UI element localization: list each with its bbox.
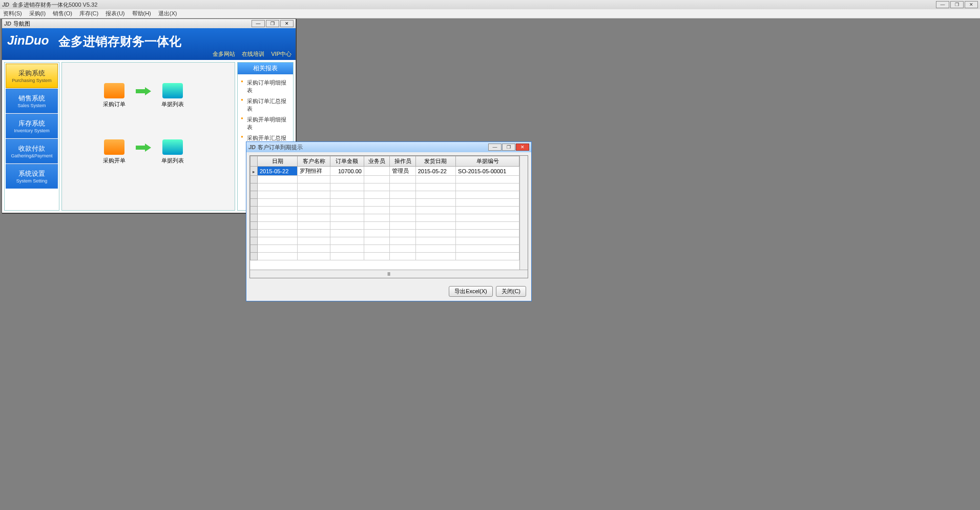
arrow-right-icon (136, 144, 151, 152)
table-row[interactable] (251, 237, 519, 245)
app-title: 金多进销存财务一体化5000 V5.32 (12, 1, 97, 9)
link-website[interactable]: 金多网站 (213, 51, 235, 57)
table-row[interactable] (251, 199, 519, 207)
nav-minimize-button[interactable]: — (252, 20, 265, 27)
export-excel-button[interactable]: 导出Excel(X) (449, 286, 493, 297)
banner-links: 金多网站 在线培训 VIP中心 (207, 50, 291, 58)
side-btn-en: Purchasing System (12, 78, 52, 83)
side-btn-payment[interactable]: 收款付款 Gathering&Payment (6, 139, 58, 164)
icon-document-list-1[interactable]: 单据列表 (156, 83, 189, 108)
side-btn-label: 系统设置 (18, 169, 45, 178)
nav-title: 导航图 (13, 20, 30, 28)
reports-header: 相关报表 (238, 63, 293, 74)
col-amount[interactable]: 订单金额 (330, 156, 364, 167)
order-grid[interactable]: 日期 客户名称 订单金额 业务员 操作员 发货日期 单据编号 (250, 156, 519, 260)
menu-item-reports[interactable]: 报表(U) (106, 10, 124, 17)
box-icon (104, 139, 124, 155)
svg-marker-0 (136, 87, 151, 95)
icon-label: 采购订单 (98, 100, 131, 108)
icon-label: 采购开单 (98, 157, 131, 165)
flow-row-2: 采购开单 单据列表 (98, 139, 189, 165)
side-btn-settings[interactable]: 系统设置 System Setting (6, 164, 58, 189)
main-minimize-button[interactable]: — (936, 1, 949, 8)
arrow-right-icon (136, 87, 151, 95)
dialog-minimize-button[interactable]: — (488, 144, 502, 151)
side-btn-en: Inventory System (14, 128, 50, 133)
nav-close-button[interactable]: ✕ (280, 20, 294, 27)
menu-item-data[interactable]: 资料(S) (3, 10, 22, 17)
report-link[interactable]: 采购订单明细报表 (241, 77, 290, 96)
table-row[interactable] (251, 230, 519, 237)
grid-container: 日期 客户名称 订单金额 业务员 操作员 发货日期 单据编号 (249, 155, 528, 278)
icon-label: 单据列表 (156, 100, 189, 108)
icon-purchase-order[interactable]: 采购订单 (98, 83, 131, 108)
side-btn-en: System Setting (16, 178, 48, 183)
table-row[interactable] (251, 183, 519, 191)
table-row[interactable] (251, 253, 519, 260)
side-btn-label: 库存系统 (18, 119, 45, 128)
side-btn-en: Gathering&Payment (11, 153, 52, 158)
box-icon (104, 83, 124, 98)
banner: JinDuo 金多进销存财务一体化 金多网站 在线培训 VIP中心 (2, 28, 296, 60)
col-sales[interactable]: 业务员 (364, 156, 389, 167)
side-btn-label: 收款付款 (18, 144, 45, 153)
main-maximize-button[interactable]: ❐ (950, 1, 964, 8)
cell-ship[interactable]: 2015-05-22 (415, 167, 455, 176)
cell-sales[interactable] (364, 167, 389, 176)
close-button[interactable]: 关闭(C) (496, 286, 526, 297)
link-training[interactable]: 在线培训 (242, 51, 264, 57)
col-customer[interactable]: 客户名称 (298, 156, 330, 167)
dialog-maximize-button[interactable]: ❐ (502, 144, 515, 151)
app-logo: JD (2, 2, 9, 8)
main-close-button[interactable]: ✕ (965, 1, 978, 8)
dialog-window-controls: — ❐ ✕ (488, 144, 529, 151)
menu-item-purchase[interactable]: 采购(I) (29, 10, 46, 17)
dialog-title: 客户订单到期提示 (258, 144, 303, 151)
order-due-dialog: JD 客户订单到期提示 — ❐ ✕ 日期 客户名称 (246, 141, 532, 301)
grid-corner (251, 156, 258, 167)
main-titlebar: JD 金多进销存财务一体化5000 V5.32 — ❐ ✕ (0, 0, 980, 9)
cell-customer[interactable]: 罗翔恒祥 (298, 167, 330, 176)
cell-operator[interactable]: 管理员 (390, 167, 415, 176)
dialog-logo: JD (248, 144, 256, 150)
table-row[interactable] (251, 176, 519, 183)
icon-label: 单据列表 (156, 157, 189, 165)
col-docno[interactable]: 单据编号 (456, 156, 519, 167)
cell-date[interactable]: 2015-05-22 (258, 167, 298, 176)
side-btn-inventory[interactable]: 库存系统 Inventory System (6, 114, 58, 138)
table-row[interactable] (251, 191, 519, 199)
report-link[interactable]: 采购订单汇总报表 (241, 96, 290, 114)
menu-item-inventory[interactable]: 库存(C) (79, 10, 98, 17)
side-btn-purchase[interactable]: 采购系统 Purchasing System (6, 64, 58, 88)
center-panel: 采购订单 单据列表 采购开单 (61, 62, 235, 211)
dialog-close-button[interactable]: ✕ (516, 144, 529, 151)
main-window-controls: — ❐ ✕ (936, 1, 978, 8)
col-shipdate[interactable]: 发货日期 (415, 156, 455, 167)
cell-docno[interactable]: SO-2015-05-00001 (456, 167, 519, 176)
table-row[interactable] (251, 222, 519, 230)
icon-document-list-2[interactable]: 单据列表 (156, 139, 189, 165)
menu-item-sales[interactable]: 销售(O) (53, 10, 72, 17)
vertical-scrollbar[interactable] (519, 156, 528, 270)
report-link[interactable]: 采购开单明细报表 (241, 114, 290, 133)
cell-amount[interactable]: 10700.00 (330, 167, 364, 176)
table-row[interactable] (251, 245, 519, 253)
dialog-titlebar[interactable]: JD 客户订单到期提示 — ❐ ✕ (246, 142, 531, 152)
table-row[interactable]: 2015-05-22 罗翔恒祥 10700.00 管理员 2015-05-22 … (251, 167, 519, 176)
side-btn-sales[interactable]: 销售系统 Sales System (6, 89, 58, 113)
link-vip[interactable]: VIP中心 (271, 51, 291, 57)
menu-item-help[interactable]: 帮助(H) (132, 10, 151, 17)
menu-item-exit[interactable]: 退出(X) (158, 10, 177, 17)
horizontal-scrollbar[interactable]: Ⅲ (250, 270, 528, 278)
flow-row-1: 采购订单 单据列表 (98, 83, 189, 108)
nav-titlebar: JD 导航图 — ❐ ✕ (2, 19, 296, 28)
nav-maximize-button[interactable]: ❐ (266, 20, 279, 27)
table-row[interactable] (251, 207, 519, 214)
grid-header-row: 日期 客户名称 订单金额 业务员 操作员 发货日期 单据编号 (251, 156, 519, 167)
icon-purchase-billing[interactable]: 采购开单 (98, 139, 131, 165)
svg-marker-1 (136, 144, 151, 152)
col-operator[interactable]: 操作员 (390, 156, 415, 167)
nav-logo: JD (4, 21, 11, 27)
col-date[interactable]: 日期 (258, 156, 298, 167)
table-row[interactable] (251, 214, 519, 222)
